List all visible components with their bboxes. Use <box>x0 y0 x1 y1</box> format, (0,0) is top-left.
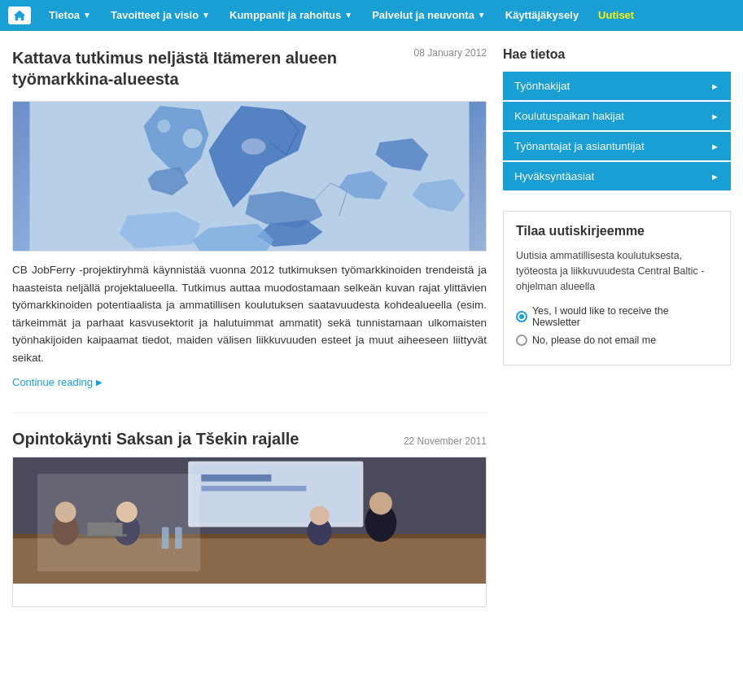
svg-rect-19 <box>201 486 306 491</box>
continue-reading-link[interactable]: Continue reading ▶ <box>12 376 103 388</box>
article-1: Kattava tutkimus neljästä Itämeren aluee… <box>12 47 487 388</box>
article-1-date: 08 January 2012 <box>414 47 487 59</box>
svg-rect-31 <box>175 527 182 549</box>
nav-item-kayttajak[interactable]: Käyttäjäkysely <box>496 0 588 31</box>
main-nav: Tietoa ▼ Tavoitteet ja visio ▼ Kumppanit… <box>0 0 743 31</box>
nav-item-palvelut[interactable]: Palvelut ja neuvonta ▼ <box>362 0 496 31</box>
article-2: Opintokäynti Saksan ja Tšekin rajalle 22… <box>12 430 487 607</box>
newsletter-description: Uutisia ammatillisesta koulutuksesta, ty… <box>516 248 718 294</box>
sidebar: Hae tietoa Työnhakijat ► Koulutuspaikan … <box>503 47 731 632</box>
nav-item-tietoa[interactable]: Tietoa ▼ <box>39 0 101 31</box>
svg-rect-32 <box>83 534 127 536</box>
svg-point-27 <box>369 492 392 514</box>
radio-option-yes[interactable]: Yes, I would like to receive the Newslet… <box>516 305 718 328</box>
article-1-text: CB JobFerry -projektiryhmä käynnistää vu… <box>12 261 487 367</box>
radio-yes-input[interactable] <box>516 311 527 322</box>
sidebar-search-section: Hae tietoa Työnhakijat ► Koulutuspaikan … <box>503 47 731 190</box>
arrow-right-icon: ► <box>710 172 719 182</box>
photo-svg <box>13 457 486 584</box>
nav-item-uutiset[interactable]: Uutiset <box>588 0 644 31</box>
article-2-date: 22 November 2011 <box>404 435 487 447</box>
arrow-right-icon: ► <box>710 81 719 91</box>
radio-no-input[interactable] <box>516 335 527 346</box>
sidebar-item-hyvaksyntaasiat[interactable]: Hyväksyntäasiat ► <box>503 162 731 190</box>
svg-rect-18 <box>201 475 271 482</box>
nav-item-kumppanit[interactable]: Kumppanit ja rahoitus ▼ <box>220 0 362 31</box>
article-2-image <box>12 457 487 607</box>
svg-point-22 <box>52 514 78 545</box>
svg-point-23 <box>55 501 76 523</box>
article-divider <box>12 413 487 413</box>
svg-point-29 <box>310 505 330 525</box>
sidebar-item-tyonhakijat[interactable]: Työnhakijat ► <box>503 72 731 100</box>
arrow-right-icon: ► <box>710 142 719 151</box>
arrow-right-icon: ► <box>710 112 719 121</box>
radio-option-no[interactable]: No, please do not email me <box>516 335 718 346</box>
svg-point-8 <box>183 129 203 148</box>
article-1-title: Kattava tutkimus neljästä Itämeren aluee… <box>12 47 414 90</box>
svg-rect-30 <box>162 527 169 549</box>
svg-point-9 <box>158 120 171 133</box>
newsletter-section: Tilaa uutiskirjeemme Uutisia ammatillise… <box>503 211 731 365</box>
article-1-image <box>12 101 487 252</box>
newsletter-title: Tilaa uutiskirjeemme <box>516 224 718 238</box>
home-button[interactable] <box>8 7 31 24</box>
nav-item-tavoitteet[interactable]: Tavoitteet ja visio ▼ <box>101 0 220 31</box>
svg-rect-20 <box>13 536 486 584</box>
arrow-right-icon: ▶ <box>96 378 103 387</box>
sidebar-item-koulutuspaikan[interactable]: Koulutuspaikan hakijat ► <box>503 102 731 130</box>
svg-rect-21 <box>13 534 486 538</box>
map-svg <box>13 102 486 252</box>
search-section-title: Hae tietoa <box>503 47 731 62</box>
svg-rect-17 <box>193 466 359 523</box>
chevron-down-icon: ▼ <box>344 0 352 31</box>
sidebar-item-tyonantajat[interactable]: Työnantajat ja asiantuntijat ► <box>503 132 731 160</box>
chevron-down-icon: ▼ <box>478 0 486 31</box>
article-2-title: Opintokäynti Saksan ja Tšekin rajalle <box>12 430 299 448</box>
svg-point-25 <box>116 501 138 523</box>
chevron-down-icon: ▼ <box>83 0 91 31</box>
chevron-down-icon: ▼ <box>202 0 210 31</box>
svg-rect-33 <box>87 523 122 536</box>
main-content: Kattava tutkimus neljästä Itämeren aluee… <box>12 47 487 632</box>
svg-point-24 <box>114 514 140 545</box>
svg-point-10 <box>242 138 266 155</box>
